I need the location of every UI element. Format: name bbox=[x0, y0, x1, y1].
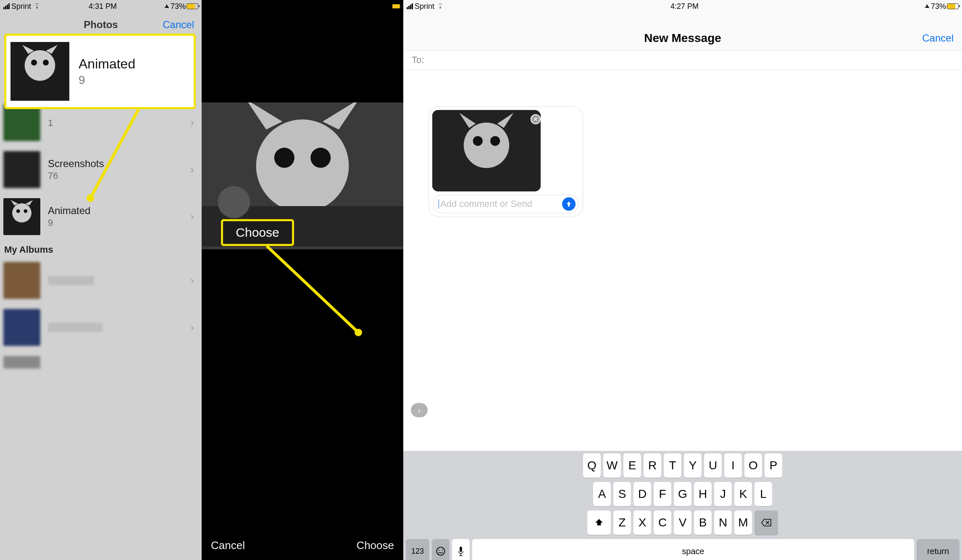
message-header: New Message Cancel bbox=[403, 13, 962, 50]
chevron-right-icon: › bbox=[190, 210, 194, 223]
carrier-label: Sprint bbox=[415, 2, 434, 11]
svg-rect-37 bbox=[460, 547, 462, 552]
key-b[interactable]: B bbox=[694, 510, 712, 535]
album-count: 9 bbox=[48, 217, 90, 228]
location-icon: ➤ bbox=[923, 2, 932, 11]
callout-dot bbox=[355, 329, 362, 336]
svg-point-17 bbox=[464, 123, 509, 168]
to-label: To: bbox=[412, 55, 424, 65]
battery-icon bbox=[187, 3, 198, 9]
album-row[interactable]: › bbox=[0, 257, 202, 304]
message-input[interactable]: Add comment or Send bbox=[433, 195, 578, 213]
battery-icon bbox=[947, 3, 959, 9]
album-row[interactable]: › bbox=[0, 304, 202, 351]
return-key[interactable]: return bbox=[917, 539, 959, 560]
key-g[interactable]: G bbox=[674, 482, 691, 506]
key-f[interactable]: F bbox=[654, 482, 671, 506]
keyboard: QWERTYUIOP ASDFGHJKL ZXCVBNM 123 space r… bbox=[403, 451, 962, 560]
dictation-key[interactable] bbox=[452, 539, 470, 560]
album-count: 1 bbox=[48, 118, 53, 128]
wifi-icon bbox=[33, 2, 41, 11]
key-r[interactable]: R bbox=[644, 453, 661, 478]
key-p[interactable]: P bbox=[765, 453, 782, 478]
key-q[interactable]: Q bbox=[583, 453, 601, 478]
image-picker-screen: Choose Cancel Choose bbox=[202, 0, 403, 560]
key-x[interactable]: X bbox=[633, 510, 651, 535]
shift-key[interactable] bbox=[587, 510, 611, 535]
key-l[interactable]: L bbox=[754, 482, 772, 506]
key-e[interactable]: E bbox=[623, 453, 641, 478]
svg-point-5 bbox=[25, 50, 55, 81]
battery-pct: 73% bbox=[171, 2, 186, 11]
callout-animated: Animated 9 bbox=[4, 34, 196, 109]
send-button[interactable] bbox=[562, 197, 576, 211]
callout-count: 9 bbox=[79, 73, 135, 87]
svg-line-15 bbox=[267, 246, 358, 332]
callout-choose: Choose bbox=[221, 219, 294, 246]
signal-icon bbox=[3, 3, 10, 9]
cancel-button[interactable]: Cancel bbox=[163, 19, 194, 31]
picker-choose-button[interactable]: Choose bbox=[356, 539, 394, 552]
svg-point-36 bbox=[442, 550, 442, 550]
carrier-label: Sprint bbox=[11, 2, 31, 11]
key-k[interactable]: K bbox=[734, 482, 752, 506]
key-c[interactable]: C bbox=[654, 510, 671, 535]
callout-thumb bbox=[11, 42, 69, 101]
key-v[interactable]: V bbox=[674, 510, 691, 535]
key-i[interactable]: I bbox=[724, 453, 742, 478]
status-bar bbox=[202, 0, 403, 13]
key-n[interactable]: N bbox=[714, 510, 732, 535]
album-thumb bbox=[3, 309, 40, 346]
album-title-redacted bbox=[48, 323, 103, 332]
svg-point-34 bbox=[436, 547, 444, 555]
remove-attachment-button[interactable]: ✕ bbox=[531, 114, 541, 124]
key-u[interactable]: U bbox=[704, 453, 722, 478]
status-bar: Sprint 4:31 PM ➤ 73% bbox=[0, 0, 202, 13]
svg-point-1 bbox=[12, 203, 32, 222]
key-d[interactable]: D bbox=[633, 482, 651, 506]
numbers-key[interactable]: 123 bbox=[406, 539, 429, 560]
album-thumb bbox=[3, 104, 40, 141]
backspace-key[interactable] bbox=[754, 510, 778, 535]
wifi-icon bbox=[436, 2, 444, 11]
key-w[interactable]: W bbox=[603, 453, 621, 478]
attachment-image[interactable] bbox=[432, 110, 541, 191]
album-row-screenshots[interactable]: Screenshots 76 › bbox=[0, 146, 202, 193]
cancel-button[interactable]: Cancel bbox=[922, 32, 954, 44]
key-s[interactable]: S bbox=[613, 482, 631, 506]
key-m[interactable]: M bbox=[734, 510, 752, 535]
album-row-animated[interactable]: Animated 9 › bbox=[0, 193, 202, 240]
album-thumb bbox=[3, 262, 40, 299]
battery-icon bbox=[392, 4, 400, 8]
key-a[interactable]: A bbox=[593, 482, 611, 506]
emoji-key[interactable] bbox=[432, 539, 449, 560]
svg-point-18 bbox=[473, 136, 483, 146]
chevron-right-icon: › bbox=[190, 116, 194, 129]
key-o[interactable]: O bbox=[744, 453, 762, 478]
photos-screen: Sprint 4:31 PM ➤ 73% Photos Cancel 1 › bbox=[0, 0, 202, 560]
message-title: New Message bbox=[644, 31, 721, 45]
key-h[interactable]: H bbox=[694, 482, 712, 506]
key-z[interactable]: Z bbox=[613, 510, 631, 535]
clock-label: 4:27 PM bbox=[670, 2, 699, 11]
svg-point-2 bbox=[16, 209, 20, 213]
key-y[interactable]: Y bbox=[684, 453, 702, 478]
key-j[interactable]: J bbox=[714, 482, 732, 506]
picker-cancel-button[interactable]: Cancel bbox=[211, 539, 245, 552]
album-title: Animated bbox=[48, 205, 90, 217]
key-t[interactable]: T bbox=[664, 453, 681, 478]
svg-point-10 bbox=[256, 120, 349, 212]
expand-apps-button[interactable]: › bbox=[411, 403, 428, 417]
battery-pct: 73% bbox=[931, 2, 946, 11]
location-icon: ➤ bbox=[163, 2, 171, 11]
space-key[interactable]: space bbox=[472, 539, 914, 560]
callout-dot bbox=[87, 194, 94, 202]
my-albums-header: My Albums bbox=[0, 240, 202, 257]
album-row[interactable] bbox=[0, 351, 202, 369]
svg-point-3 bbox=[24, 209, 27, 213]
svg-point-11 bbox=[274, 148, 294, 168]
to-field[interactable]: To: bbox=[403, 50, 962, 70]
album-thumb bbox=[3, 198, 40, 235]
picker-toolbar: Cancel Choose bbox=[202, 531, 403, 560]
callout-title: Animated bbox=[79, 56, 135, 72]
